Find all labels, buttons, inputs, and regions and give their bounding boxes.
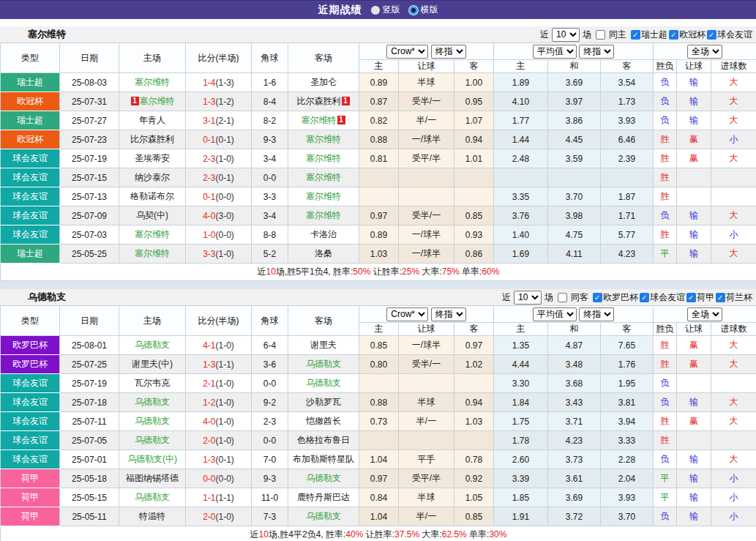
avg-odds-cell: 3.93 — [601, 488, 654, 507]
team-link[interactable]: 塞尔维特 — [306, 153, 341, 163]
result-cell: 胜 — [654, 225, 677, 245]
avg-stage-select[interactable]: 终指 — [579, 45, 614, 59]
half-score: (0-0) — [216, 230, 234, 240]
team-link[interactable]: 乌德勒支 — [135, 416, 170, 426]
team-link[interactable]: 塞尔维特 — [135, 248, 170, 258]
corner-score: 11-0 — [252, 488, 288, 507]
match-date: 25-07-11 — [60, 412, 119, 431]
col-handicap: 让球 — [399, 60, 454, 73]
team-link[interactable]: 鹿特丹斯巴达 — [297, 492, 350, 502]
full-score: 2-1 — [203, 378, 215, 389]
league-checkbox[interactable] — [669, 30, 678, 40]
team-link[interactable]: 乌德勒支 — [135, 492, 170, 502]
avg-stage-select[interactable]: 终指 — [579, 307, 614, 321]
avg-source-select[interactable]: 平均值 — [533, 307, 577, 321]
team-link[interactable]: 年青人 — [139, 115, 165, 125]
league-checkbox[interactable] — [593, 293, 602, 302]
away-team-cell: 卡洛治 — [288, 225, 359, 245]
team-link[interactable]: 塞尔维特 — [135, 77, 170, 87]
team-link[interactable]: 乌契(中) — [136, 210, 168, 220]
vertical-layout-radio[interactable] — [371, 6, 380, 15]
team-link[interactable]: 特温特 — [139, 511, 165, 521]
match-row: 球会友谊25-07-01乌德勒支(中)1-3(0-1)7-0布加勒斯特星队1.0… — [1, 450, 756, 469]
horizontal-layout-label: 横版 — [421, 4, 438, 16]
team-link[interactable]: 塞尔维特 — [306, 210, 341, 220]
team-link[interactable]: 瓦尔韦克 — [135, 378, 170, 388]
team-link[interactable]: 塞尔维特 — [140, 96, 175, 106]
team-link[interactable]: 乌德勒支 — [135, 397, 170, 407]
handicap-odds-cell — [359, 374, 399, 393]
avg-source-select[interactable]: 平均值 — [533, 45, 577, 59]
team-link[interactable]: 比尔森胜利 — [130, 134, 174, 144]
team-link[interactable]: 乌德勒支 — [135, 340, 170, 350]
full-score: 1-1 — [203, 493, 215, 503]
horizontal-layout-radio[interactable] — [409, 6, 418, 15]
team-link[interactable]: 塞尔维特 — [135, 229, 170, 239]
recent-count-select[interactable]: 10 — [552, 28, 580, 42]
matches-body: 欧罗巴杯25-08-01乌德勒支4-1(1-0)6-4谢里夫0.85一/球半0.… — [1, 336, 756, 526]
filters: 近 10 场 同客 欧罗巴杯球会友谊荷甲荷兰杯 — [502, 291, 756, 305]
league-type-badge: 球会友谊 — [1, 431, 60, 450]
team-link[interactable]: 恺撒酋长 — [306, 416, 341, 426]
half-score: (1-3) — [216, 78, 234, 88]
handicap-odds-cell: 受半/一 — [399, 355, 454, 374]
team-link[interactable]: 乌德勒支 — [306, 378, 341, 388]
handicap-odds-cell: 1.04 — [359, 507, 399, 526]
half-score: (1-0) — [216, 417, 234, 427]
avg-odds-cell: 2.28 — [601, 450, 654, 469]
team-link[interactable]: 乌德勒支 — [306, 473, 341, 483]
full-score: 2-3 — [203, 173, 215, 183]
team-link[interactable]: 福图纳锡塔德 — [126, 473, 179, 483]
team-link[interactable]: 乌德勒支 — [135, 435, 170, 445]
result-cell — [677, 374, 711, 393]
scope-select[interactable]: 全场 — [687, 307, 722, 321]
team-link[interactable]: 格勒诺布尔 — [130, 191, 174, 201]
same-venue-checkbox[interactable] — [558, 293, 567, 302]
team-link[interactable]: 塞尔维特 — [302, 115, 337, 125]
team-link[interactable]: 乌德勒支 — [306, 359, 341, 369]
odds-stage-select[interactable]: 终指 — [431, 307, 466, 321]
team-link[interactable]: 谢里夫 — [310, 340, 337, 350]
away-team-cell: 色格拉布鲁日 — [288, 431, 359, 450]
match-score: 1-1(1-1) — [186, 488, 252, 507]
result-cell: 输 — [677, 393, 711, 412]
result-cell — [677, 431, 711, 450]
home-team-cell: 塞尔维特 — [119, 225, 186, 245]
odds-stage-select[interactable]: 终指 — [431, 45, 466, 59]
match-row: 球会友谊25-07-18乌德勒支1-2(1-0)9-2沙勒罗瓦0.88半球0.9… — [1, 393, 756, 412]
league-checkbox[interactable] — [716, 293, 725, 302]
odds-source-select[interactable]: Crow* — [386, 45, 428, 59]
team-link[interactable]: 塞尔维特 — [306, 191, 341, 201]
team-link[interactable]: 卡洛治 — [310, 229, 337, 239]
match-score: 2-3(1-0) — [186, 149, 252, 168]
team-link[interactable]: 沙勒罗瓦 — [306, 397, 341, 407]
recent-count-select[interactable]: 10 — [514, 291, 542, 305]
team-link[interactable]: 乌德勒支(中) — [127, 454, 177, 464]
team-link[interactable]: 圣埃蒂安 — [135, 153, 170, 163]
match-date: 25-07-19 — [60, 374, 119, 393]
result-cell: 大 — [711, 73, 756, 92]
team-link[interactable]: 布加勒斯特星队 — [293, 454, 354, 464]
team-link[interactable]: 比尔森胜利 — [297, 96, 341, 106]
league-checkbox[interactable] — [631, 30, 640, 40]
league-checkbox[interactable] — [640, 293, 649, 302]
team-link[interactable]: 色格拉布鲁日 — [297, 435, 350, 445]
same-venue-checkbox[interactable] — [596, 30, 605, 40]
league-checkbox[interactable] — [686, 293, 696, 302]
team-link[interactable]: 乌德勒支 — [306, 511, 341, 521]
league-type-badge: 瑞士超 — [1, 245, 60, 264]
league-checkbox[interactable] — [707, 30, 716, 40]
match-row: 荷甲25-05-15乌德勒支1-1(1-1)11-0鹿特丹斯巴达0.84半球1.… — [1, 488, 756, 507]
team-link[interactable]: 谢里夫(中) — [132, 359, 173, 369]
team-link[interactable]: 塞尔维特 — [306, 134, 341, 144]
result-cell: 大 — [711, 206, 756, 225]
team-link[interactable]: 塞尔维特 — [306, 172, 341, 182]
team-link[interactable]: 洛桑 — [315, 248, 332, 258]
handicap-odds-cell: 0.80 — [359, 355, 399, 374]
team-link[interactable]: 纳沙泰尔 — [135, 172, 170, 182]
scope-select[interactable]: 全场 — [687, 45, 722, 59]
team-link[interactable]: 圣加仑 — [310, 77, 337, 87]
handicap-odds-cell: 0.89 — [359, 225, 399, 245]
avg-odds-cell: 7.65 — [601, 336, 654, 355]
odds-source-select[interactable]: Crow* — [386, 307, 428, 321]
